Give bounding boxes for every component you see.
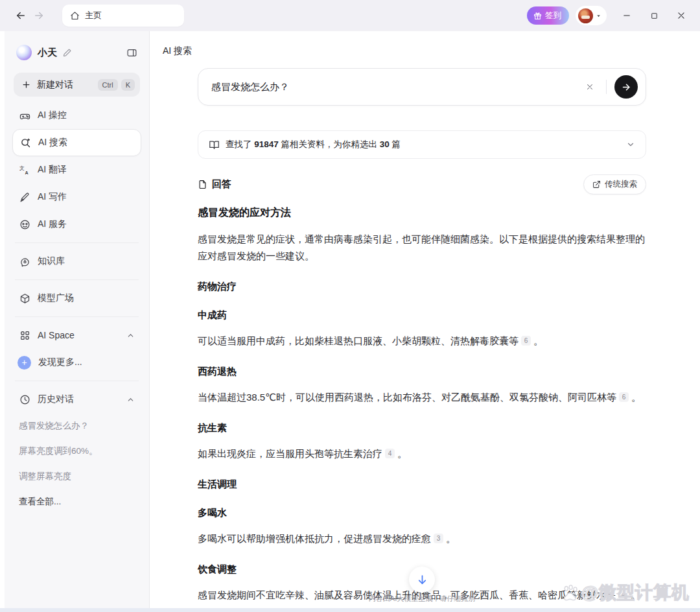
view-all-history[interactable]: 查看全部... xyxy=(12,489,141,514)
expand-sources-button[interactable] xyxy=(626,140,635,149)
maximize-button[interactable] xyxy=(644,6,664,25)
arrow-down-icon xyxy=(416,574,428,586)
caret-down-icon xyxy=(596,13,601,19)
clock-icon xyxy=(19,394,30,405)
account-menu[interactable] xyxy=(576,6,607,25)
chevron-up-icon xyxy=(126,395,135,404)
sidebar-item-label: AI 翻译 xyxy=(38,164,67,176)
total-results-count: 91847 xyxy=(254,139,279,149)
app-window: 主页 签到 小天 xyxy=(0,0,700,612)
submit-search-button[interactable] xyxy=(614,75,638,99)
smiley-icon xyxy=(19,219,30,230)
translate-icon: 文A xyxy=(19,165,30,176)
divider xyxy=(15,316,139,317)
collapse-sidebar-button[interactable] xyxy=(126,47,137,58)
book-icon xyxy=(209,139,220,150)
sidebar-item-label: AI 操控 xyxy=(38,110,67,121)
shortcut-keys: Ctrl K xyxy=(98,79,135,91)
plus-icon xyxy=(21,80,31,89)
article-heading: 西药退热 xyxy=(198,366,646,378)
sidebar-item-ai-services[interactable]: AI 服务 xyxy=(12,211,141,238)
checkin-button[interactable]: 签到 xyxy=(527,6,569,25)
page-title: AI 搜索 xyxy=(150,31,700,57)
gift-icon xyxy=(533,12,542,20)
back-button[interactable] xyxy=(12,6,30,25)
answer-article: 感冒发烧的应对方法 感冒发烧是常见的症状，通常由病毒感染引起，也可能伴随细菌感染… xyxy=(198,206,646,608)
pencil-icon xyxy=(63,48,72,57)
sidebar-item-ai-control[interactable]: AI 操控 xyxy=(12,102,141,129)
external-link-icon xyxy=(592,180,601,189)
answer-label: 回答 xyxy=(212,178,231,191)
divider xyxy=(15,279,139,280)
citation-badge[interactable]: 4 xyxy=(385,449,395,458)
new-chat-button[interactable]: 新建对话 Ctrl K xyxy=(14,73,140,97)
document-icon xyxy=(198,180,207,189)
citation-badge[interactable]: 3 xyxy=(434,534,443,543)
article-heading: 药物治疗 xyxy=(198,281,646,293)
chevron-up-icon xyxy=(126,331,135,340)
app-body: 小天 新建对话 Ctrl K xyxy=(0,31,700,608)
svg-text:文: 文 xyxy=(19,165,25,171)
minimize-button[interactable] xyxy=(617,6,636,25)
sidebar-item-ai-writing[interactable]: AI 写作 xyxy=(12,183,141,211)
traditional-search-button[interactable]: 传统搜索 xyxy=(583,174,646,194)
keycap-ctrl: Ctrl xyxy=(98,79,118,91)
sidebar-item-discover-more[interactable]: + 发现更多... xyxy=(12,349,141,376)
cube-icon xyxy=(19,293,30,304)
picked-results-count: 30 xyxy=(380,139,390,149)
content-column: 感冒发烧怎么办？ 查找了 91847 篇相关资料，为你精选出 30 篇 xyxy=(198,68,646,608)
back-arrow-icon xyxy=(15,10,27,21)
sidebar-item-ai-search[interactable]: AI 搜索 xyxy=(12,129,141,156)
chevron-down-icon xyxy=(626,140,635,149)
tab-title: 主页 xyxy=(85,10,102,21)
sources-summary-bar[interactable]: 查找了 91847 篇相关资料，为你精选出 30 篇 xyxy=(198,130,646,159)
collapse-ai-space-button[interactable] xyxy=(126,331,135,340)
tab-home[interactable]: 主页 xyxy=(62,5,184,27)
sidebar-item-history[interactable]: 历史对话 xyxy=(12,386,141,413)
article-paragraph: 当体温超过38.5℃时，可以使用西药退热，比如布洛芬、对乙酰氨基酚、双氯芬酸钠、… xyxy=(198,389,646,406)
sidebar-item-label: 模型广场 xyxy=(38,292,74,304)
forward-button[interactable] xyxy=(30,6,48,25)
traditional-search-label: 传统搜索 xyxy=(605,179,637,190)
sidebar-item-knowledge-base[interactable]: 知识库 xyxy=(12,248,141,275)
new-chat-label: 新建对话 xyxy=(37,79,73,91)
profile-row: 小天 xyxy=(12,41,141,62)
citation-badge[interactable]: 6 xyxy=(619,392,629,402)
article-title: 感冒发烧的应对方法 xyxy=(198,206,646,220)
sidebar-item-ai-space[interactable]: AI Space xyxy=(12,322,141,349)
arrow-right-icon xyxy=(621,82,632,93)
sidebar-item-label: 知识库 xyxy=(38,255,65,267)
main-panel: AI 搜索 感冒发烧怎么办？ 查找了 91847 篇相关资料，为你精选出 3 xyxy=(150,31,700,608)
sidebar-item-label: 发现更多... xyxy=(38,357,82,368)
collapse-history-button[interactable] xyxy=(126,395,135,404)
search-query[interactable]: 感冒发烧怎么办？ xyxy=(211,81,581,93)
clear-search-button[interactable] xyxy=(581,78,598,95)
divider xyxy=(15,381,139,381)
history-item[interactable]: 调整屏幕亮度 xyxy=(12,464,141,489)
sidebar-item-label: AI Space xyxy=(38,330,75,340)
article-heading: 中成药 xyxy=(198,309,646,322)
history-item[interactable]: 感冒发烧怎么办？ xyxy=(12,413,141,438)
knowledge-base-icon xyxy=(19,256,30,267)
sidebar-item-label: AI 搜索 xyxy=(38,137,67,148)
history-title: 历史对话 xyxy=(38,394,74,405)
checkin-label: 签到 xyxy=(545,10,561,21)
history-item[interactable]: 屏幕亮度调到60%。 xyxy=(12,438,141,464)
sidebar-item-label: AI 服务 xyxy=(38,218,67,230)
citation-badge[interactable]: 6 xyxy=(521,336,531,346)
searchbox-divider xyxy=(606,80,607,94)
panel-collapse-icon xyxy=(126,47,137,58)
sidebar-item-label: AI 写作 xyxy=(38,191,67,203)
scroll-to-bottom-button[interactable] xyxy=(409,567,435,593)
grid-icon xyxy=(19,330,30,341)
keycap-k: K xyxy=(121,79,135,91)
edit-name-button[interactable] xyxy=(63,48,72,57)
svg-text:A: A xyxy=(25,170,28,175)
window-bottom-edge xyxy=(0,608,700,612)
search-box[interactable]: 感冒发烧怎么办？ xyxy=(198,68,646,106)
article-paragraph: 可以适当服用中成药，比如柴桂退热口服液、小柴胡颗粒、清热解毒胶囊等6。 xyxy=(198,333,646,349)
sidebar-item-ai-translate[interactable]: 文A AI 翻译 xyxy=(12,156,141,183)
answer-header: 回答 xyxy=(198,178,231,191)
sidebar-item-model-plaza[interactable]: 模型广场 xyxy=(12,285,141,312)
close-button[interactable] xyxy=(671,6,691,25)
